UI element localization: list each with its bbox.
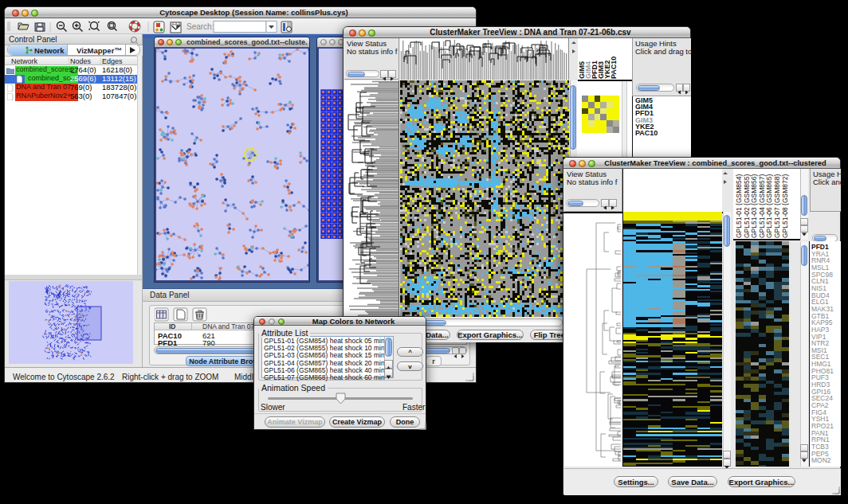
svg-text:GPL51-03 (GSM856): GPL51-03 (GSM856) (750, 174, 758, 238)
svg-text:Search:: Search: (186, 22, 214, 31)
svg-text:GPL51-01 (GSM854): GPL51-01 (GSM854) (735, 174, 743, 238)
svg-text:GPL51-08 (GSM872): GPL51-08 (GSM872) (781, 174, 789, 238)
svg-text:PAC10: PAC10 (610, 57, 618, 79)
svg-text:GPL51-07 (GSM868): GPL51-07 (GSM868) (773, 174, 781, 238)
svg-text:GPL51-06 (GSM865): GPL51-06 (GSM865) (765, 174, 773, 238)
